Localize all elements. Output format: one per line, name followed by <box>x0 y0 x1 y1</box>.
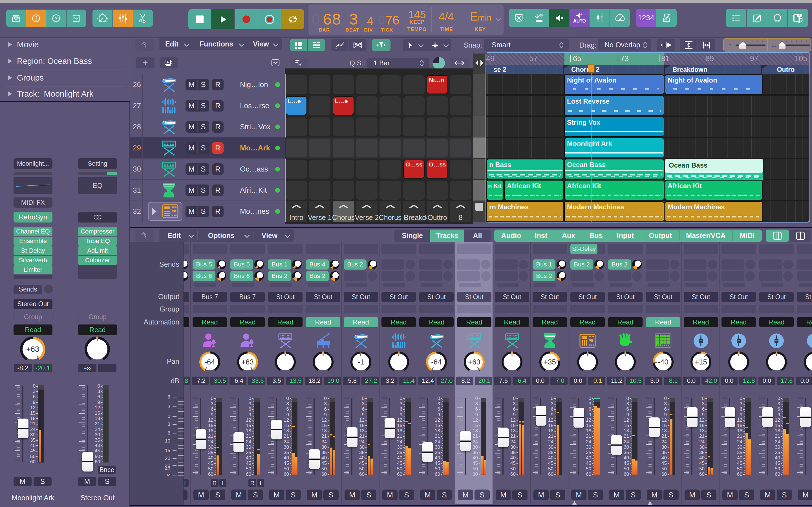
svg-text:?: ? <box>55 16 57 21</box>
svg-text:R: R <box>298 62 302 67</box>
